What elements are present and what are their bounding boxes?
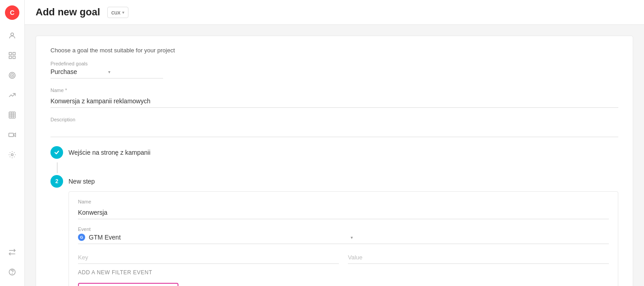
svg-point-16 xyxy=(12,273,13,274)
event-value: GTM Event xyxy=(89,234,347,241)
svg-point-7 xyxy=(12,75,13,76)
form-card: Choose a goal the most suitable for your… xyxy=(36,36,633,286)
svg-rect-2 xyxy=(13,52,15,55)
description-label: Description xyxy=(50,117,618,122)
step-1-badge xyxy=(50,146,63,159)
predefined-goals-label: Predefined goals xyxy=(50,61,618,66)
event-select[interactable]: G GTM Event ▾ xyxy=(78,234,609,244)
chevron-down-icon: ▾ xyxy=(351,235,609,240)
step-2-header: 2 New step xyxy=(50,175,618,188)
app-logo[interactable]: C xyxy=(5,5,19,20)
sidebar-item-help[interactable] xyxy=(4,263,21,281)
add-filter-link[interactable]: ADD A NEW FILTER EVENT xyxy=(78,269,609,276)
main-content: Add new goal cux ▾ Choose a goal the mos… xyxy=(25,0,644,286)
description-field: Description xyxy=(50,117,618,137)
goal-name-field: Name * xyxy=(50,88,618,108)
step-1-label: Wejście na stronę z kampanii xyxy=(69,149,151,156)
sidebar-item-users[interactable] xyxy=(4,27,21,44)
sidebar-item-recordings[interactable] xyxy=(4,126,21,143)
page-header: Add new goal cux ▾ xyxy=(25,0,644,25)
form-description: Choose a goal the most suitable for your… xyxy=(50,47,618,54)
chevron-down-icon: ▾ xyxy=(122,10,124,15)
google-icon: G xyxy=(78,234,85,241)
step-name-label: Name xyxy=(78,199,609,204)
sidebar-item-heatmap[interactable] xyxy=(4,106,21,124)
step-name-input[interactable] xyxy=(78,206,609,219)
svg-point-0 xyxy=(11,33,14,36)
sidebar-item-goals[interactable] xyxy=(4,67,21,84)
step-2-form: Name Event G GTM Event ▾ xyxy=(69,191,618,286)
svg-rect-1 xyxy=(9,52,11,55)
workspace-selector[interactable]: cux ▾ xyxy=(107,7,128,18)
step-2-label: New step xyxy=(69,178,95,185)
sidebar: C xyxy=(0,0,25,286)
svg-rect-13 xyxy=(9,133,14,137)
svg-rect-3 xyxy=(9,56,11,59)
step-name-field: Name xyxy=(78,199,609,219)
negation-checkbox-container[interactable]: Reverse this step (Negation) xyxy=(78,283,178,286)
chevron-down-icon: ▾ xyxy=(108,69,163,74)
svg-point-14 xyxy=(11,154,14,156)
name-label: Name * xyxy=(50,88,618,93)
form-content: Choose a goal the most suitable for your… xyxy=(25,25,644,286)
page-title: Add new goal xyxy=(36,6,100,18)
sidebar-item-transfer[interactable] xyxy=(4,244,21,261)
name-input[interactable] xyxy=(50,95,618,108)
sidebar-item-analytics[interactable] xyxy=(4,87,21,104)
workspace-name: cux xyxy=(111,9,120,16)
sidebar-item-settings[interactable] xyxy=(4,146,21,163)
predefined-goals-select[interactable]: Purchase ▾ xyxy=(50,68,163,78)
step-connector xyxy=(57,162,618,173)
step-1: Wejście na stronę z kampanii xyxy=(50,146,618,159)
predefined-goals-field: Predefined goals Purchase ▾ xyxy=(50,61,618,78)
svg-rect-4 xyxy=(13,56,15,59)
step-event-label: Event xyxy=(78,226,609,232)
svg-rect-8 xyxy=(9,112,15,118)
predefined-goals-value: Purchase xyxy=(50,68,105,75)
step-event-field: Event G GTM Event ▾ xyxy=(78,226,609,244)
key-value-row xyxy=(78,251,609,264)
value-input[interactable] xyxy=(348,251,609,264)
key-input[interactable] xyxy=(78,251,339,264)
description-input[interactable] xyxy=(50,124,618,137)
step-2-badge: 2 xyxy=(50,175,63,188)
sidebar-item-dashboard[interactable] xyxy=(4,47,21,64)
